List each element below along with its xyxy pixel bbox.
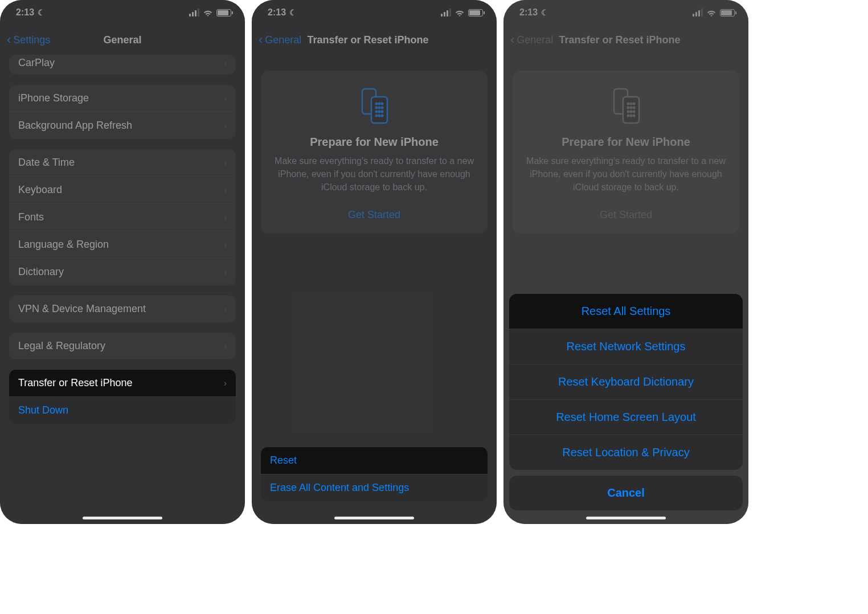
row-storage[interactable]: iPhone Storage ›	[9, 85, 236, 112]
row-lang-region[interactable]: Language & Region ›	[9, 231, 236, 258]
group-prefs: Date & Time › Keyboard › Fonts › Languag…	[9, 149, 236, 285]
svg-point-20	[630, 107, 632, 109]
chevron-right-icon: ›	[224, 121, 227, 131]
row-label: Reset	[270, 455, 297, 466]
row-label: Date & Time	[18, 157, 75, 169]
prepare-card: Prepare for New iPhone Make sure everyth…	[513, 71, 739, 234]
back-label: General	[265, 34, 301, 46]
svg-point-6	[379, 107, 380, 109]
sheet-reset-location[interactable]: Reset Location & Privacy	[509, 435, 743, 470]
page-title: Transfer or Reset iPhone	[307, 34, 428, 46]
prepare-card: Prepare for New iPhone Make sure everyth…	[261, 71, 488, 234]
sheet-reset-all[interactable]: Reset All Settings	[509, 294, 743, 329]
battery-icon	[216, 9, 231, 17]
status-right	[441, 9, 483, 17]
battery-icon	[720, 9, 735, 17]
row-reset[interactable]: Reset	[261, 447, 488, 474]
prepare-desc: Make sure everything's ready to transfer…	[275, 154, 474, 194]
chevron-left-icon: ‹	[259, 34, 263, 46]
svg-point-16	[628, 103, 629, 105]
svg-point-26	[630, 115, 632, 117]
status-bar: 2:13 ☾	[252, 0, 497, 25]
chevron-right-icon: ›	[224, 304, 227, 314]
chevron-right-icon: ›	[224, 158, 227, 168]
svg-point-5	[376, 107, 378, 109]
row-bg-refresh[interactable]: Background App Refresh ›	[9, 112, 236, 139]
home-indicator[interactable]	[586, 517, 666, 519]
svg-point-19	[628, 107, 629, 109]
svg-point-24	[633, 111, 635, 113]
battery-icon	[468, 9, 483, 17]
svg-point-23	[630, 111, 632, 113]
chevron-right-icon: ›	[224, 267, 227, 277]
sheet-options: Reset All Settings Reset Network Setting…	[509, 294, 743, 470]
status-time: 2:13	[268, 7, 286, 18]
sheet-cancel[interactable]: Cancel	[509, 476, 743, 510]
row-dictionary[interactable]: Dictionary ›	[9, 258, 236, 285]
svg-rect-15	[623, 97, 639, 123]
back-label: Settings	[13, 34, 50, 46]
row-vpn[interactable]: VPN & Device Management ›	[9, 296, 236, 322]
get-started-button[interactable]: Get Started	[526, 209, 726, 221]
page-title: General	[103, 34, 141, 46]
chevron-right-icon: ›	[224, 93, 227, 104]
wifi-icon	[455, 9, 465, 17]
row-label: CarPlay	[18, 57, 55, 69]
cell-signal-icon	[441, 9, 451, 17]
chevron-right-icon: ›	[224, 185, 227, 195]
back-button[interactable]: ‹ Settings	[7, 34, 50, 46]
nav-bar: ‹ Settings General	[0, 25, 245, 55]
chevron-right-icon: ›	[224, 378, 227, 388]
status-bar: 2:13 ☾	[503, 0, 748, 25]
devices-icon	[606, 85, 646, 125]
action-sheet: Reset All Settings Reset Network Setting…	[509, 294, 743, 510]
row-carplay[interactable]: CarPlay ›	[9, 55, 236, 75]
sheet-reset-keyboard[interactable]: Reset Keyboard Dictionary	[509, 364, 743, 399]
devices-icon	[354, 85, 394, 125]
chevron-right-icon: ›	[224, 240, 227, 250]
row-shutdown[interactable]: Shut Down	[9, 396, 236, 424]
svg-point-12	[379, 115, 380, 117]
row-erase-all[interactable]: Erase All Content and Settings	[261, 474, 488, 501]
wifi-icon	[203, 9, 213, 17]
get-started-button[interactable]: Get Started	[275, 209, 474, 221]
svg-point-10	[382, 111, 383, 113]
row-keyboard[interactable]: Keyboard ›	[9, 176, 236, 203]
svg-point-18	[633, 103, 635, 105]
dnd-moon-icon: ☾	[289, 8, 297, 17]
row-label: iPhone Storage	[18, 92, 89, 104]
row-fonts[interactable]: Fonts ›	[9, 203, 236, 231]
svg-point-8	[376, 111, 378, 113]
svg-rect-1	[371, 97, 387, 123]
nav-bar: ‹ General Transfer or Reset iPhone	[503, 25, 748, 55]
prepare-desc: Make sure everything's ready to transfer…	[526, 154, 726, 194]
dnd-moon-icon: ☾	[38, 8, 45, 17]
back-button[interactable]: ‹ General	[259, 34, 301, 46]
back-button[interactable]: ‹ General	[510, 34, 553, 46]
row-date-time[interactable]: Date & Time ›	[9, 149, 236, 176]
row-label: VPN & Device Management	[18, 303, 146, 315]
home-indicator[interactable]	[83, 517, 162, 519]
row-label: Keyboard	[18, 184, 62, 196]
svg-point-4	[382, 103, 383, 105]
wifi-icon	[706, 9, 716, 17]
group-vpn: VPN & Device Management ›	[9, 296, 236, 322]
svg-point-21	[633, 107, 635, 109]
prepare-title: Prepare for New iPhone	[526, 136, 726, 149]
row-label: Legal & Regulatory	[18, 340, 105, 352]
row-legal[interactable]: Legal & Regulatory ›	[9, 333, 236, 359]
status-right	[189, 9, 231, 17]
screenshot-reset-sheet: 2:13 ☾ ‹ General Transfer or Reset iPhon…	[503, 0, 748, 524]
svg-point-27	[633, 115, 635, 117]
chevron-right-icon: ›	[224, 341, 227, 351]
cell-signal-icon	[189, 9, 199, 17]
row-transfer-reset[interactable]: Transfer or Reset iPhone ›	[9, 370, 236, 396]
row-label: Language & Region	[18, 239, 109, 251]
home-indicator[interactable]	[334, 517, 414, 519]
svg-point-3	[379, 103, 380, 105]
sheet-reset-network[interactable]: Reset Network Settings	[509, 329, 743, 364]
sheet-reset-home[interactable]: Reset Home Screen Layout	[509, 399, 743, 435]
status-bar: 2:13 ☾	[0, 0, 245, 25]
status-time: 2:13	[519, 7, 538, 18]
svg-point-11	[376, 115, 378, 117]
